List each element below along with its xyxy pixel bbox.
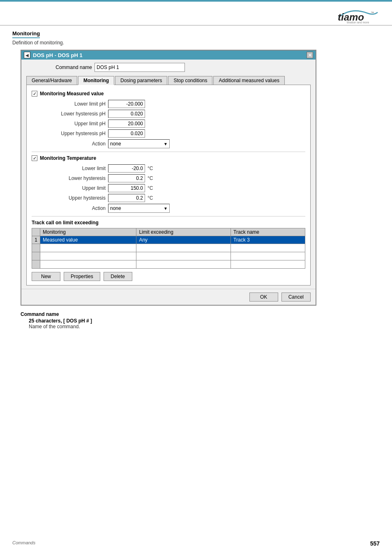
logo: tiamo ™ titration and more (334, 5, 384, 23)
footer-left: Commands (12, 540, 35, 547)
track-table-header-trackname: Track name (231, 228, 305, 236)
delete-button[interactable]: Delete (104, 272, 132, 281)
action-t-row: Action none ▼ (32, 204, 305, 213)
tab-additional-measured[interactable]: Additional measured values (213, 76, 284, 85)
lower-limit-t-unit: °C (148, 166, 153, 171)
help-subtitle: 25 characters, [ DOS pH # ] (29, 318, 380, 324)
properties-button[interactable]: Properties (64, 272, 100, 281)
command-name-input[interactable] (95, 63, 185, 72)
table-row[interactable]: 1 Measured value Any Track 3 (32, 236, 305, 244)
help-title: Command name (21, 311, 380, 317)
lower-hysteresis-t-input[interactable] (108, 174, 145, 182)
row-monitoring: Measured value (40, 236, 136, 244)
lower-hysteresis-t-unit: °C (148, 175, 153, 181)
lower-limit-t-input[interactable] (108, 164, 145, 173)
row-limit-exceeding: Any (136, 236, 231, 244)
lower-hysteresis-ph-label: Lower hysteresis pH (32, 111, 106, 117)
help-section: Command name 25 characters, [ DOS pH # ]… (21, 311, 380, 329)
lower-limit-ph-row: Lower limit pH (32, 100, 305, 108)
action-t-dropdown-arrow: ▼ (164, 206, 168, 211)
monitoring-measured-value-row: Monitoring Measured value (32, 91, 305, 97)
dialog-icon: ◀ (24, 52, 30, 58)
dialog-titlebar-left: ◀ DOS pH - DOS pH 1 (24, 52, 83, 58)
monitoring-temperature-label: Monitoring Temperature (40, 155, 96, 161)
upper-limit-ph-label: Upper limit pH (32, 121, 106, 127)
track-table: Monitoring Limit exceeding Track name 1 … (32, 228, 305, 269)
header: tiamo ™ titration and more (0, 2, 392, 25)
action-t-value: none (110, 205, 121, 211)
tiamo-logo-svg: tiamo ™ titration and more (334, 5, 384, 23)
help-text: Name of the command. (29, 324, 380, 329)
tab-panel-monitoring: Monitoring Measured value Lower limit pH… (26, 85, 311, 286)
section-title: Monitoring (12, 30, 40, 38)
monitoring-temperature-checkbox[interactable] (32, 155, 37, 161)
divider-2 (32, 216, 305, 216)
upper-limit-t-label: Upper limit (32, 185, 106, 191)
monitoring-temperature-row: Monitoring Temperature (32, 155, 305, 161)
cancel-button[interactable]: Cancel (281, 292, 311, 302)
upper-hysteresis-ph-input[interactable] (108, 129, 145, 138)
dialog-close-button[interactable]: ✕ (307, 52, 313, 58)
dialog-footer: OK Cancel (21, 289, 316, 305)
lower-limit-ph-label: Lower limit pH (32, 101, 106, 107)
track-table-header-limit: Limit exceeding (136, 228, 231, 236)
upper-hysteresis-t-label: Upper hysteresis (32, 195, 106, 201)
lower-hysteresis-ph-input[interactable] (108, 110, 145, 118)
tab-general-hardware[interactable]: General/Hardware (26, 76, 77, 85)
lower-hysteresis-t-row: Lower hysteresis °C (32, 174, 305, 182)
dialog-title: DOS pH - DOS pH 1 (33, 52, 83, 58)
svg-text:titration and more: titration and more (347, 21, 369, 23)
dialog-titlebar: ◀ DOS pH - DOS pH 1 ✕ (21, 51, 316, 60)
track-table-header-monitoring: Monitoring (40, 228, 136, 236)
table-row-empty-1 (32, 244, 305, 252)
monitoring-measured-value-checkbox[interactable] (32, 91, 37, 97)
upper-hysteresis-t-row: Upper hysteresis °C (32, 194, 305, 202)
upper-hysteresis-ph-label: Upper hysteresis pH (32, 131, 106, 136)
upper-limit-t-input[interactable] (108, 184, 145, 192)
lower-hysteresis-t-label: Lower hysteresis (32, 175, 106, 181)
table-row-empty-3 (32, 260, 305, 269)
main-content: Monitoring Definition of monitoring. ◀ D… (0, 25, 392, 338)
monitoring-measured-value-label: Monitoring Measured value (40, 91, 104, 97)
row-number: 1 (32, 236, 40, 244)
dialog: ◀ DOS pH - DOS pH 1 ✕ Command name Gener… (21, 50, 316, 306)
track-section-title: Track call on limit exceeding (32, 220, 305, 226)
tab-monitoring[interactable]: Monitoring (78, 76, 114, 85)
lower-limit-t-row: Lower limit °C (32, 164, 305, 173)
action-t-select[interactable]: none ▼ (108, 204, 170, 213)
upper-hysteresis-ph-row: Upper hysteresis pH (32, 129, 305, 138)
action-ph-row: Action none ▼ (32, 139, 305, 148)
upper-limit-t-row: Upper limit °C (32, 184, 305, 192)
tabs-container: General/Hardware Monitoring Dosing param… (26, 76, 311, 85)
table-row-empty-2 (32, 252, 305, 260)
action-t-label: Action (32, 205, 106, 211)
lower-limit-t-label: Lower limit (32, 166, 106, 171)
new-button[interactable]: New (32, 272, 60, 281)
track-table-col-num (32, 228, 40, 236)
action-ph-select[interactable]: none ▼ (108, 139, 170, 148)
upper-hysteresis-t-unit: °C (148, 195, 153, 201)
command-name-row: Command name (26, 63, 311, 72)
tab-dosing-parameters[interactable]: Dosing parameters (115, 76, 167, 85)
section-description: Definition of monitoring. (12, 40, 380, 46)
row-track-name: Track 3 (231, 236, 305, 244)
page-footer: Commands 557 (12, 540, 380, 547)
upper-limit-ph-row: Upper limit pH (32, 120, 305, 128)
svg-text:™: ™ (371, 11, 374, 15)
upper-limit-ph-input[interactable] (108, 120, 145, 128)
ok-button[interactable]: OK (249, 292, 278, 302)
footer-page-number: 557 (370, 540, 380, 547)
command-name-label: Command name (26, 64, 92, 70)
action-buttons: New Properties Delete (32, 272, 305, 281)
upper-hysteresis-t-input[interactable] (108, 194, 145, 202)
dialog-body: Command name General/Hardware Monitoring… (21, 60, 316, 289)
action-ph-dropdown-arrow: ▼ (164, 142, 168, 146)
lower-limit-ph-input[interactable] (108, 100, 145, 108)
lower-hysteresis-ph-row: Lower hysteresis pH (32, 110, 305, 118)
action-ph-label: Action (32, 141, 106, 147)
upper-limit-t-unit: °C (148, 185, 153, 191)
action-ph-value: none (110, 141, 121, 147)
divider-1 (32, 152, 305, 152)
tab-stop-conditions[interactable]: Stop conditions (168, 76, 212, 85)
